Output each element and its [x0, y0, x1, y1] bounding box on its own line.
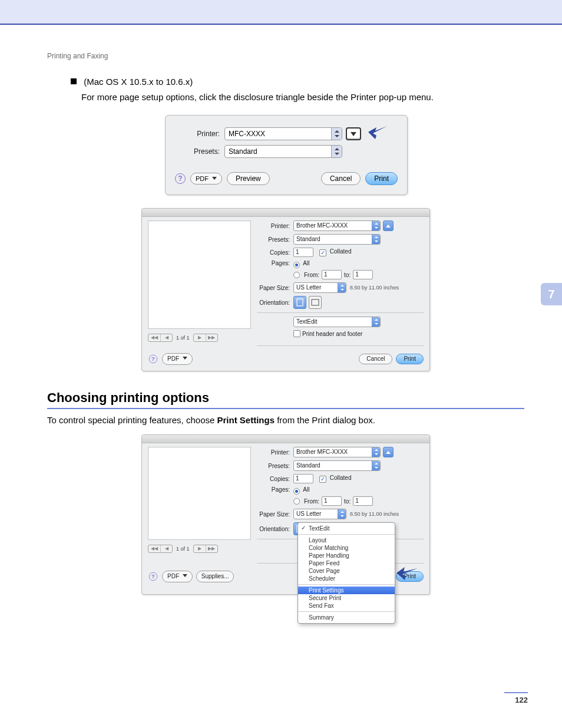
preview-next-group[interactable]: ▶▶▶ [193, 545, 218, 553]
pdf-label: PDF [167, 573, 179, 579]
collated-checkbox[interactable] [319, 476, 326, 483]
printer-select[interactable]: MFC-XXXX [224, 127, 342, 140]
preview-button[interactable]: Preview [227, 172, 270, 185]
pages-from-label: From: [304, 272, 319, 278]
titlebar [142, 435, 429, 443]
cancel-button[interactable]: Cancel [359, 354, 392, 364]
copies-input[interactable]: 1 [293, 474, 313, 483]
pages-label: Pages: [257, 486, 293, 493]
copies-label: Copies: [257, 249, 293, 256]
menu-item-layout[interactable]: Layout [298, 536, 395, 544]
bullet-line: (Mac OS X 10.5.x to 10.6.x) [71, 77, 524, 87]
help-button[interactable]: ? [149, 572, 157, 581]
pages-from-input[interactable]: 1 [322, 496, 342, 506]
pages-to-input[interactable]: 1 [353, 496, 373, 506]
orientation-portrait-button[interactable] [293, 296, 306, 309]
supplies-button[interactable]: Supplies... [196, 571, 234, 582]
disclosure-triangle-icon [351, 132, 356, 136]
collapse-button[interactable] [383, 447, 394, 457]
preview-pane: ◀◀◀ 1 of 1 ▶▶▶ [148, 220, 251, 350]
preview-page-count: 1 of 1 [176, 335, 190, 341]
bullet-icon [71, 78, 77, 84]
print-button[interactable]: Print [396, 571, 424, 582]
printer-select[interactable]: Brother MFC-XXXX [293, 447, 381, 457]
dropdown-arrows-icon [372, 235, 380, 244]
presets-select[interactable]: Standard [293, 234, 381, 245]
menu-item-secure-print[interactable]: Secure Print [298, 594, 395, 602]
orientation-label: Orientation: [257, 526, 293, 532]
pages-from-radio[interactable] [293, 272, 300, 278]
help-button[interactable]: ? [149, 355, 157, 363]
presets-value: Standard [229, 147, 257, 156]
printer-label: Printer: [175, 130, 224, 138]
dropdown-arrows-icon [338, 283, 346, 292]
section-body: To control special printing features, ch… [47, 415, 524, 425]
collapse-button[interactable] [383, 220, 394, 231]
presets-select[interactable]: Standard [293, 460, 381, 471]
cancel-button[interactable]: Cancel [321, 172, 361, 185]
menu-item-print-settings[interactable]: Print Settings [298, 587, 395, 594]
pages-from-input[interactable]: 1 [322, 270, 342, 279]
disclosure-button[interactable] [346, 127, 361, 140]
printer-label: Printer: [257, 449, 293, 456]
menu-item-send-fax[interactable]: Send Fax [298, 602, 395, 610]
preview-next-group[interactable]: ▶▶▶ [193, 334, 218, 342]
print-button[interactable]: Print [365, 172, 398, 185]
help-button[interactable]: ? [175, 173, 186, 184]
chapter-tab: 7 [541, 283, 562, 305]
pages-all-radio[interactable] [293, 488, 300, 495]
preview-prev-group[interactable]: ◀◀◀ [148, 334, 173, 342]
papersize-select[interactable]: US Letter [293, 509, 346, 519]
print-dialog-compact: Printer: MFC-XXXX Presets: [165, 115, 408, 195]
printer-select[interactable]: Brother MFC-XXXX [293, 220, 381, 231]
menu-item-textedit[interactable]: TextEdit [298, 525, 395, 532]
section-dropdown-menu[interactable]: TextEdit Layout Color Matching Paper Han… [297, 522, 395, 624]
preview-prev-group[interactable]: ◀◀◀ [148, 545, 173, 553]
dropdown-arrows-icon [372, 447, 380, 457]
print-header-footer-label: Print header and footer [302, 331, 362, 337]
menu-triangle-icon [183, 357, 187, 360]
pages-to-input[interactable]: 1 [353, 270, 373, 279]
titlebar [142, 209, 429, 217]
copies-label: Copies: [257, 476, 293, 482]
papersize-value: US Letter [296, 510, 321, 517]
collated-checkbox[interactable] [319, 249, 326, 256]
running-head: Printing and Faxing [47, 52, 108, 60]
papersize-label: Paper Size: [257, 285, 293, 291]
dropdown-arrows-icon [372, 461, 380, 470]
orientation-label: Orientation: [257, 299, 293, 306]
dropdown-arrows-icon [372, 221, 380, 230]
section-select[interactable]: TextEdit [293, 317, 381, 327]
menu-item-summary[interactable]: Summary [298, 614, 395, 621]
svg-rect-0 [297, 299, 303, 306]
section-heading: Choosing printing options [47, 390, 524, 406]
preview-page [148, 220, 251, 329]
menu-item-scheduler[interactable]: Scheduler [298, 575, 395, 582]
menu-triangle-icon [212, 177, 217, 180]
copies-input[interactable]: 1 [293, 248, 313, 257]
printer-label: Printer: [257, 223, 293, 229]
print-button[interactable]: Print [396, 354, 424, 364]
printer-value: Brother MFC-XXXX [296, 449, 348, 455]
pdf-label: PDF [167, 355, 179, 362]
print-header-footer-checkbox[interactable] [293, 330, 300, 337]
section-value: TextEdit [296, 318, 318, 325]
pages-label: Pages: [257, 260, 293, 266]
pdf-menu-button[interactable]: PDF [162, 353, 193, 365]
menu-item-cover-page[interactable]: Cover Page [298, 567, 395, 575]
pages-from-radio[interactable] [293, 498, 300, 505]
papersize-dim: 8.50 by 11.00 inches [350, 511, 399, 517]
pages-to-label: to: [344, 272, 351, 278]
presets-select[interactable]: Standard [224, 145, 342, 158]
menu-item-color-matching[interactable]: Color Matching [298, 544, 395, 552]
collated-label: Collated [330, 248, 352, 255]
menu-item-paper-feed[interactable]: Paper Feed [298, 559, 395, 567]
pdf-menu-button[interactable]: PDF [162, 571, 193, 582]
pages-all-radio[interactable] [293, 262, 300, 268]
menu-item-paper-handling[interactable]: Paper Handling [298, 552, 395, 559]
collapse-triangle-icon [386, 225, 391, 228]
pdf-menu-button[interactable]: PDF [190, 173, 222, 185]
papersize-select[interactable]: US Letter [293, 282, 346, 293]
orientation-landscape-button[interactable] [309, 296, 322, 309]
collated-label: Collated [330, 475, 352, 481]
